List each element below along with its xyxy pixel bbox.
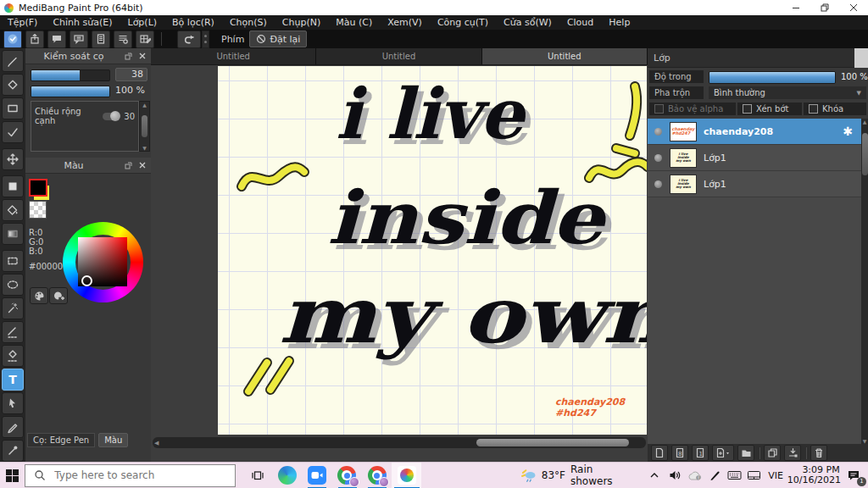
operation-tool-button[interactable] [2,392,24,414]
brush-size-slider[interactable] [31,69,110,81]
share-button[interactable] [25,30,44,48]
shape-tool-button[interactable] [2,97,24,119]
menu-tools[interactable]: Công cụ(T) [430,15,496,30]
reset-button[interactable]: Đặt lại [249,30,307,47]
brush-tool-button[interactable] [2,50,24,72]
search-input[interactable] [53,469,225,482]
add-special-layer-button[interactable] [712,445,734,461]
color-status-button[interactable]: Màu [98,433,128,447]
canvas-horizontal-scrollbar[interactable]: ◀ [153,437,646,448]
eyedropper-tool-button[interactable] [2,440,24,462]
start-button[interactable] [0,463,25,488]
add-layer-button[interactable] [651,445,668,461]
sv-selector[interactable] [81,275,92,286]
select-eraser-tool-button[interactable] [2,345,24,367]
palette-button[interactable] [30,287,48,304]
lock-checkbox[interactable]: Khóa [804,103,866,115]
select-pen-tool-button[interactable] [2,121,24,143]
show-hidden-icons-button[interactable] [644,463,664,488]
taskbar-clock[interactable]: 3:09 PM 10/16/2021 [787,465,840,485]
popout-icon[interactable] [122,160,134,170]
layer-row-chaenday208[interactable]: chaenday#hd247 chaenday208 ✱ [648,119,861,145]
blend-mode-select[interactable]: Bình thường ▼ [709,86,866,99]
palette-add-button[interactable] [49,287,68,304]
menu-file[interactable]: Tệp(F) [0,15,45,30]
undo-button[interactable] [177,30,201,48]
comment-button[interactable] [47,30,66,48]
brush-opacity-slider[interactable] [31,86,110,97]
grid-edit-button[interactable] [136,30,154,48]
menu-layer[interactable]: Lớp(L) [120,15,165,30]
select-pen-draw-tool-button[interactable] [2,321,24,343]
chrome-taskbar-button-2[interactable] [362,463,392,488]
clipping-checkbox[interactable]: Xén bớt [737,103,802,115]
menu-color[interactable]: Màu (C) [328,15,380,30]
close-panel-icon[interactable] [136,51,148,61]
undo-stepper[interactable] [202,30,209,48]
restore-button[interactable] [810,0,839,15]
document-button[interactable] [92,30,110,48]
layer-visibility-icon[interactable] [654,128,662,136]
gradient-tool-button[interactable] [2,223,24,245]
close-button[interactable] [839,0,868,15]
merge-layer-button[interactable] [784,445,801,461]
scroll-thumb[interactable] [862,133,868,175]
onedrive-tray-icon[interactable]: ! [684,463,704,488]
transparent-swatch[interactable] [29,201,47,219]
menu-edit[interactable]: Chỉnh sửa(E) [45,15,120,30]
comment-list-button[interactable] [70,30,88,48]
menu-view[interactable]: Xem(V) [380,15,430,30]
delete-layer-button[interactable] [810,445,827,461]
tab-untitled-3[interactable]: Untitled [482,48,648,64]
popout-icon[interactable] [122,51,134,61]
layer-row-lop1-b[interactable]: i liveinsidemy own Lớp1 [648,171,861,197]
tab-untitled-1[interactable]: Untitled [151,48,316,64]
taskbar-weather[interactable]: 83°F Rain showers [521,463,636,487]
add-1bit-layer-button[interactable]: 1 [692,445,709,461]
lasso-tool-button[interactable] [2,274,24,296]
layer-visibility-icon[interactable] [654,180,662,188]
eraser-tool-button[interactable] [2,74,24,96]
foreground-color-swatch[interactable] [29,179,47,197]
protect-alpha-checkbox[interactable]: Bảo vệ alpha [649,103,736,115]
pen-tray-icon[interactable] [704,463,724,488]
menu-help[interactable]: Help [601,15,637,30]
brush-options-scrollbar[interactable]: ▲ ▼ [139,101,150,152]
layer-settings-gear-icon[interactable]: ✱ [843,125,853,138]
cloud-sync-button[interactable] [3,30,22,48]
layer-visibility-icon[interactable] [654,154,662,162]
layer-list-scrollbar[interactable]: ▲ ▼ [861,119,868,444]
menu-capture[interactable]: Chụp(N) [275,15,328,30]
task-view-button[interactable] [242,463,272,488]
menu-window[interactable]: Cửa sổ(W) [496,15,559,30]
touch-keyboard-tray-icon[interactable] [724,463,743,488]
medibang-taskbar-button[interactable] [392,463,421,488]
add-folder-button[interactable] [737,445,754,461]
taskbar-search[interactable] [25,464,236,487]
move-tool-button[interactable] [2,148,24,170]
volume-tray-icon[interactable] [665,463,684,488]
canvas-document[interactable]: i live inside my own [218,66,647,435]
zoom-taskbar-button[interactable] [302,463,331,488]
scroll-thumb[interactable] [142,115,147,137]
touchpad-tray-icon[interactable] [744,463,764,488]
notification-center-button[interactable]: 1 [840,463,868,488]
chrome-taskbar-button-1[interactable] [332,463,362,488]
menu-filter[interactable]: Bộ lọc(R) [164,15,222,30]
close-panel-icon[interactable] [136,160,148,170]
language-indicator[interactable]: VIE [764,470,787,481]
text-tool-button[interactable]: T [2,369,24,391]
list-settings-button[interactable] [114,30,132,48]
fill-rect-tool-button[interactable] [2,175,24,197]
horizontal-scroll-thumb[interactable] [476,439,629,446]
add-8bit-layer-button[interactable]: 8 [671,445,688,461]
minimize-button[interactable] [782,0,810,15]
tab-untitled-2[interactable]: Untitled [316,48,481,64]
layer-opacity-slider[interactable] [709,71,836,84]
bucket-tool-button[interactable] [2,199,24,221]
edge-width-toggle[interactable] [103,113,120,120]
pen-tool-button[interactable] [2,416,24,438]
magic-wand-tool-button[interactable] [2,297,24,319]
select-rect-tool-button[interactable] [2,250,24,272]
brush-size-value[interactable]: 38 [115,68,147,81]
